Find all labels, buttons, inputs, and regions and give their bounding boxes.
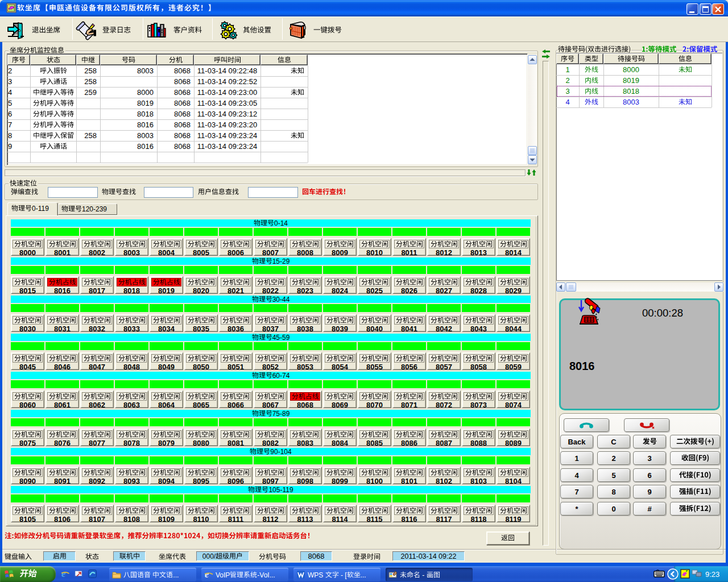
svg-text:e: e bbox=[205, 569, 209, 579]
svg-text:e: e bbox=[61, 568, 66, 579]
